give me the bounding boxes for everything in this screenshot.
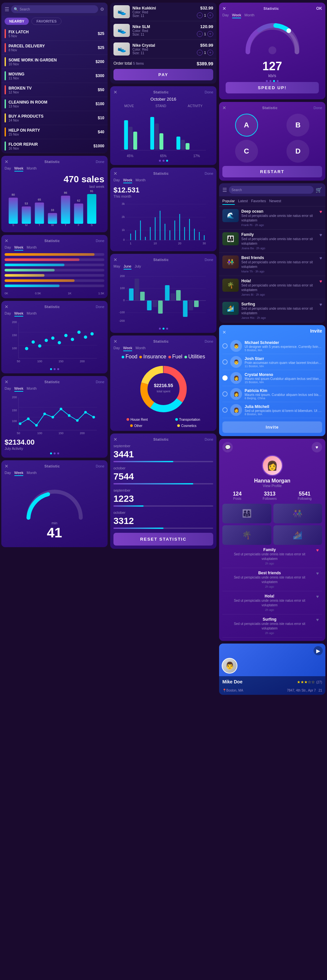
feed-cart-icon[interactable]: 🛒 [316, 187, 322, 193]
qty-minus[interactable]: − [197, 13, 203, 18]
profile-view-link[interactable]: View Profile [222, 484, 322, 488]
tab-nearby[interactable]: NEARBY [5, 18, 29, 25]
close-icon-inv[interactable]: ✕ [222, 329, 226, 335]
speed-up-button[interactable]: SPEED UP! [226, 82, 319, 94]
dwm-day-5[interactable]: Day [5, 471, 11, 476]
gauge-day[interactable]: Day [222, 13, 229, 18]
close-icon-fin[interactable]: ✕ [113, 171, 117, 176]
mb-dot-2[interactable] [163, 328, 164, 329]
invite-button[interactable]: Invite [222, 422, 322, 433]
heart-icon[interactable]: ♥ [319, 278, 322, 284]
invite-radio[interactable] [222, 391, 228, 396]
task-item[interactable]: BUY A PRODUCTS 14 Nov $10 [1, 111, 108, 125]
dot-nav-3[interactable] [57, 368, 59, 370]
dwm-month-1[interactable]: Month [27, 166, 37, 172]
dwm-month-3[interactable]: Month [27, 311, 37, 317]
profile-post[interactable]: 👨‍👩‍👧 [222, 504, 271, 523]
profile-post-heart[interactable]: ♥ [316, 547, 319, 553]
dot-nav-2[interactable] [54, 368, 56, 370]
close-icon-5[interactable]: ✕ [5, 463, 8, 469]
settings-icon[interactable]: ⚙ [100, 6, 104, 12]
multi-bar-done[interactable]: Done [205, 258, 213, 262]
profile-post-heart[interactable]: ♥ [316, 571, 319, 576]
close-icon-mb[interactable]: ✕ [113, 257, 117, 262]
close-icon-ns[interactable]: ✕ [113, 437, 117, 442]
stat-done-4[interactable]: Done [96, 380, 104, 384]
task-item[interactable]: FLOOR REPAIR 16 Nov $1000 [1, 139, 108, 153]
num-stat-done[interactable]: Done [205, 438, 213, 441]
qty-plus[interactable]: + [207, 31, 213, 37]
heart-icon[interactable]: ♥ [319, 255, 322, 261]
donut-done[interactable]: Done [205, 339, 213, 343]
stat-done-2[interactable]: Done [96, 239, 104, 243]
feed-tab-newest[interactable]: Newest [269, 197, 281, 205]
close-icon-4[interactable]: ✕ [5, 379, 8, 385]
gauge-month[interactable]: Month [244, 13, 254, 18]
gauge-week[interactable]: Week [232, 13, 241, 18]
close-icon-g[interactable]: ✕ [222, 6, 226, 11]
close-icon-1[interactable]: ✕ [5, 159, 8, 164]
dot-nav-1[interactable] [50, 368, 52, 370]
qty-minus[interactable]: − [197, 50, 203, 56]
tab-favorites[interactable]: FAVORITES [31, 18, 61, 25]
act-dot-1[interactable] [159, 160, 161, 162]
qty-minus[interactable]: − [197, 31, 203, 37]
dwm-day-3[interactable]: Day [5, 311, 11, 317]
task-item[interactable]: PARCEL DELIVERY 8 Nov $25 [1, 41, 108, 55]
menu-icon[interactable]: ☰ [5, 6, 9, 13]
act-dot-3[interactable] [166, 160, 168, 162]
invite-radio[interactable] [222, 407, 228, 412]
dwm-week-1[interactable]: Week [14, 166, 24, 172]
task-item[interactable]: BROKEN TV 12 Nov $50 [1, 83, 108, 97]
stat-done-3[interactable]: Done [96, 305, 104, 309]
task-item[interactable]: HELP ON PARTY 15 Nov $40 [1, 125, 108, 139]
grid-item-d[interactable]: D [286, 140, 309, 163]
close-icon-act[interactable]: ✕ [113, 89, 117, 95]
invite-radio[interactable] [222, 360, 228, 364]
dot-nav-4c[interactable] [57, 452, 59, 454]
heart-icon[interactable]: ♥ [319, 232, 322, 237]
mb-july[interactable]: July [135, 264, 141, 269]
restart-button[interactable]: RESTART [222, 166, 322, 177]
gdot-4[interactable] [277, 80, 279, 82]
close-icon-gs[interactable]: ✕ [222, 105, 226, 110]
stat-done-1[interactable]: Done [96, 160, 104, 164]
dwm-week-3[interactable]: Week [14, 311, 24, 317]
gdot-2[interactable] [270, 80, 271, 82]
task-item[interactable]: FIX LATCH 5 Nov $25 [1, 27, 108, 41]
gauge-ok[interactable]: OK [316, 6, 322, 11]
profile-heart-btn[interactable]: ♥ [312, 442, 322, 452]
mb-may[interactable]: May [113, 264, 120, 269]
pay-button[interactable]: PAY [113, 69, 213, 80]
dot-nav-4a[interactable] [50, 452, 52, 454]
dwm-day-1[interactable]: Day [5, 166, 11, 172]
feed-tab-latest[interactable]: Latest [238, 197, 248, 205]
profile-post-heart[interactable]: ♥ [316, 594, 319, 599]
feed-tab-favorites[interactable]: Favorites [251, 197, 266, 205]
act-dot-2[interactable] [163, 160, 164, 162]
heart-icon[interactable]: ♥ [319, 209, 322, 214]
mb-june[interactable]: June [124, 264, 131, 269]
activity-done[interactable]: Done [205, 90, 213, 94]
feed-search-input[interactable]: Search [229, 186, 314, 194]
feed-tab-popular[interactable]: Popular [222, 197, 235, 205]
profile-post[interactable]: 🌴 [222, 525, 271, 545]
dwm-month-5[interactable]: Month [27, 471, 37, 476]
dwm-month-4[interactable]: Month [27, 387, 37, 392]
reset-button[interactable]: RESET STATISTIC [113, 533, 213, 546]
invite-radio[interactable] [222, 343, 228, 348]
dwm-month-2[interactable]: Month [27, 245, 37, 251]
dn-day[interactable]: Day [113, 346, 120, 351]
task-item[interactable]: SOME WORK IN GARDEN 10 Nov $200 [1, 55, 108, 69]
dwm-day-4[interactable]: Day [5, 387, 11, 392]
invite-radio[interactable] [222, 375, 228, 380]
grid-item-b[interactable]: B [286, 114, 309, 137]
heart-icon[interactable]: ♥ [319, 302, 322, 307]
close-icon-dn[interactable]: ✕ [113, 339, 117, 344]
close-icon-2[interactable]: ✕ [5, 238, 8, 243]
stat-done-5[interactable]: Done [96, 464, 104, 468]
feed-menu-icon[interactable]: ☰ [222, 187, 227, 193]
grid-done[interactable]: Done [314, 106, 322, 110]
dot-nav-4b[interactable] [54, 452, 56, 454]
profile-post[interactable]: 👫 [273, 504, 322, 523]
